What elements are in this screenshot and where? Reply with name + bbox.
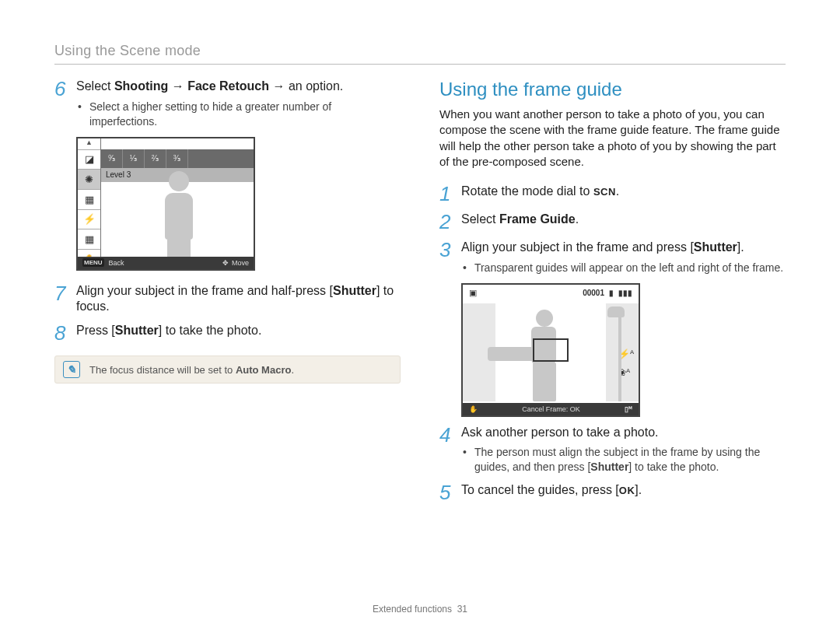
step-3-text: Align your subject in the frame and pres… [461,240,786,256]
text: Select [461,212,499,226]
step-4-bullet: The person must align the subject in the… [461,445,786,475]
lcd-bottom-bar: ✋ Cancel Frame: OK ▯ᴹ [463,403,639,415]
chevron-up-icon: ▲ [78,138,100,149]
scn-mode-icon: SCN [593,186,616,198]
text: . [576,212,579,226]
right-column: Using the frame guide When you want anot… [439,79,786,510]
menu-face-retouch: Face Retouch [187,79,269,93]
note-icon: ✎ [63,361,80,378]
auto-macro-label: Auto Macro [236,364,292,376]
step-3-bullet: Transparent guides will appear on the le… [461,261,786,275]
text: . [291,364,294,376]
arrow-icon: → [168,79,187,93]
menu-icon: MENU [82,258,104,267]
battery-icon: ▮▮▮ [618,289,632,297]
cancel-frame-label: Cancel Frame: OK [522,405,580,413]
note-text: The focus distance will be set to Auto M… [89,364,294,376]
shutter-key: Shutter [333,284,376,297]
step-number: 1 [439,184,461,204]
page-footer: Extended functions 31 [0,604,840,615]
counter-label: 00001 [583,289,604,297]
note-box: ✎ The focus distance will be set to Auto… [54,356,401,384]
level-option: ⁰⁄₃ [101,149,123,168]
frame-guide-label: Frame Guide [499,212,576,226]
footer-page-number: 31 [457,604,467,615]
move-icon: ✥ [222,259,229,267]
step-number: 6 [54,79,76,129]
step-6-bullet: Select a higher setting to hide a greate… [76,100,401,129]
text: Press [ [76,324,115,337]
step-5-text: To cancel the guides, press [OK]. [461,482,786,499]
page-columns: 6 Select Shooting → Face Retouch → an op… [54,79,786,510]
menu-shooting: Shooting [114,79,168,93]
exposure-icon: ◪ [78,149,100,170]
step-2-text: Select Frame Guide. [461,212,786,228]
shutter-key: Shutter [590,461,628,473]
text: Select a higher setting to hide a greate… [89,100,401,129]
ok-key: OK [619,485,635,496]
step-number: 7 [54,283,76,316]
text: To cancel the guides, press [ [461,483,619,496]
quality-icon: ▦ [78,229,100,249]
text: ] to take the photo. [628,461,719,473]
flash-icon: ⚡ [78,209,100,229]
arrow-icon: → [269,79,289,93]
text: ] to take the photo. [159,324,262,337]
text: Align your subject in the frame and half… [76,284,333,297]
face-retouch-icon: ✺ [78,169,100,189]
level-option: ²⁄₃ [145,149,166,168]
lcd-sidebar: ▲ ◪ ✺ ▦ ⚡ ▦ ✋ [78,138,101,269]
step-number: 5 [439,482,461,503]
step-1-text: Rotate the mode dial to SCN. [461,184,786,200]
level-option: ¹⁄₃ [123,149,145,168]
section-title: Using the frame guide [439,79,786,100]
text: The person must align the subject in the… [474,445,786,475]
lcd-screen: ▲ ◪ ✺ ▦ ⚡ ▦ ✋ ⁰⁄₃ ¹⁄₃ ²⁄₃ ³⁄₃ Level 3 [76,137,255,271]
text: The focus distance will be set to [89,364,236,376]
back-label: Back [109,259,124,267]
move-label: Move [232,259,249,267]
step-number: 2 [439,212,461,232]
frame-guide-icon: ▣ [469,288,477,298]
text: Transparent guides will appear on the le… [474,261,783,275]
step-8: 8 Press [Shutter] to take the photo. [54,323,401,343]
step-number: 3 [439,240,461,275]
step-number: 8 [54,323,76,343]
header-rule [54,64,786,65]
lcd-screen: ▣ 00001 ▮ ▮▮▮ ⚡ᴬ ❀ᴬ [461,283,640,417]
lcd-bottom-bar: MENU Back ✥ Move [78,257,254,269]
text: Select [76,79,114,93]
footer-section: Extended functions [373,604,452,615]
text: an option. [289,79,343,93]
step-number: 4 [439,425,461,475]
person-silhouette [152,171,206,257]
step-5: 5 To cancel the guides, press [OK]. [439,482,786,503]
af-frame [533,338,569,362]
lcd-top-icons: ▣ 00001 ▮ ▮▮▮ [463,288,639,298]
page-header: Using the Scene mode [54,43,786,59]
shutter-key: Shutter [694,240,737,254]
ois-icon: ✋ [469,405,478,413]
resolution-icon: ▦ [78,189,100,209]
step-2: 2 Select Frame Guide. [439,212,786,232]
step-4-text: Ask another person to take a photo. [461,425,786,441]
step-6-text: Select Shooting → Face Retouch → an opti… [76,79,401,95]
step-1: 1 Rotate the mode dial to SCN. [439,184,786,204]
size-indicator-icon: ▯ᴹ [625,405,632,413]
text: Align your subject in the frame and pres… [461,240,694,254]
step-7-text: Align your subject in the frame and half… [76,283,401,316]
intro-text: When you want another person to take a p… [439,107,786,170]
lamp-silhouette [603,308,625,401]
step-7: 7 Align your subject in the frame and ha… [54,283,401,316]
left-column: 6 Select Shooting → Face Retouch → an op… [54,79,401,510]
step-6: 6 Select Shooting → Face Retouch → an op… [54,79,401,129]
lcd-figure-left: ▲ ◪ ✺ ▦ ⚡ ▦ ✋ ⁰⁄₃ ¹⁄₃ ²⁄₃ ³⁄₃ Level 3 [76,137,401,271]
text: . [616,184,619,198]
shutter-key: Shutter [115,324,159,337]
text: Rotate the mode dial to [461,184,593,198]
level-option: ³⁄₃ [166,149,188,168]
card-icon: ▮ [609,289,614,297]
retouch-levels: ⁰⁄₃ ¹⁄₃ ²⁄₃ ³⁄₃ [101,149,254,168]
text: ]. [635,483,642,496]
text: ]. [737,240,744,254]
